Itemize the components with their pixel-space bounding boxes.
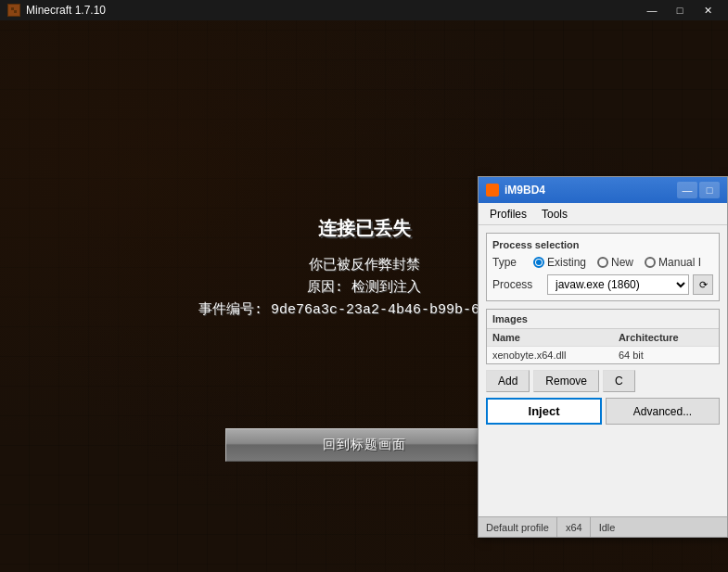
advanced-button[interactable]: Advanced... — [606, 398, 720, 425]
window-controls: — □ ✕ — [639, 2, 721, 19]
process-selection-panel: Process selection Type Existing New Manu… — [486, 233, 720, 301]
radio-existing-label: Existing — [547, 256, 586, 269]
type-label-text: Type — [492, 256, 522, 269]
inject-button[interactable]: Inject — [486, 398, 602, 425]
back-button-container: 回到标题画面 — [225, 428, 504, 462]
type-row: Type Existing New Manual I — [492, 256, 713, 269]
menu-profiles[interactable]: Profiles — [482, 206, 534, 222]
minimize-button[interactable]: — — [639, 2, 665, 19]
radio-existing[interactable]: Existing — [533, 256, 586, 269]
col-name-header: Name — [487, 329, 613, 347]
radio-existing-dot — [533, 257, 544, 268]
status-profile: Default profile — [479, 517, 557, 537]
dialog-title-text: iM9BD4 — [504, 184, 677, 197]
dialog-title-bar: iM9BD4 — □ — [479, 177, 727, 203]
radio-manual[interactable]: Manual I — [645, 256, 701, 269]
dialog-body: Process selection Type Existing New Manu… — [479, 225, 727, 516]
images-panel: Images Name Architecture xenobyte.x64.dl… — [486, 309, 720, 364]
maximize-button[interactable]: □ — [667, 2, 693, 19]
image-action-buttons: Add Remove C — [486, 370, 720, 392]
dialog-controls: — □ — [677, 182, 720, 198]
image-name-cell: xenobyte.x64.dll — [487, 347, 613, 364]
status-arch: x64 — [558, 517, 591, 537]
close-button[interactable]: ✕ — [695, 2, 721, 19]
title-bar-text: Minecraft 1.7.10 — [26, 4, 639, 17]
inject-row: Inject Advanced... — [486, 398, 720, 425]
svg-rect-2 — [14, 10, 17, 13]
process-row: Process javaw.exe (1860) ⟳ — [492, 274, 713, 295]
process-selection-label: Process selection — [492, 239, 713, 250]
c-button[interactable]: C — [603, 370, 635, 392]
dialog-minimize-button[interactable]: — — [677, 182, 697, 198]
back-to-title-button[interactable]: 回到标题画面 — [225, 428, 504, 462]
process-label-text: Process — [492, 278, 543, 291]
radio-manual-label: Manual I — [658, 256, 701, 269]
radio-manual-dot — [645, 257, 656, 268]
process-refresh-button[interactable]: ⟳ — [693, 274, 713, 295]
table-row[interactable]: xenobyte.x64.dll 64 bit — [487, 347, 719, 364]
title-bar: Minecraft 1.7.10 — □ ✕ — [0, 0, 728, 20]
col-arch-header: Architecture — [613, 329, 719, 347]
image-arch-cell: 64 bit — [613, 347, 719, 364]
svg-rect-1 — [11, 7, 14, 10]
radio-new-dot — [597, 257, 608, 268]
menu-tools[interactable]: Tools — [534, 206, 575, 222]
radio-new[interactable]: New — [597, 256, 633, 269]
table-header-row: Name Architecture — [487, 329, 719, 347]
remove-button[interactable]: Remove — [533, 370, 599, 392]
dialog-status-bar: Default profile x64 Idle — [479, 516, 727, 537]
add-button[interactable]: Add — [486, 370, 530, 392]
radio-new-label: New — [611, 256, 633, 269]
dialog-menu-bar: Profiles Tools — [479, 203, 727, 225]
dialog-maximize-button[interactable]: □ — [699, 182, 720, 198]
process-dropdown[interactable]: javaw.exe (1860) — [547, 274, 689, 295]
im9bd4-dialog: iM9BD4 — □ Profiles Tools Process select… — [478, 176, 728, 538]
images-header: Images — [487, 310, 719, 329]
status-state: Idle — [592, 517, 623, 537]
minecraft-icon — [7, 4, 20, 17]
images-table: Name Architecture xenobyte.x64.dll 64 bi… — [487, 329, 719, 363]
dialog-icon — [486, 184, 499, 197]
